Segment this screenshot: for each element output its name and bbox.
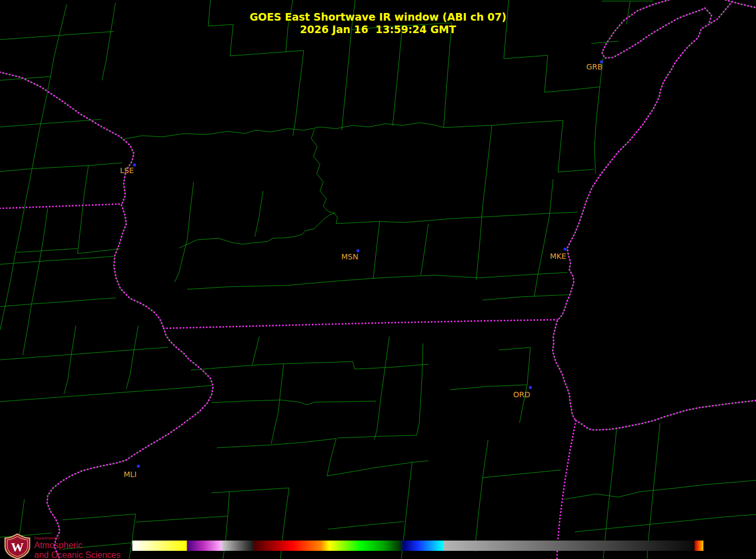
uw-aos-logo: W Department of Atmospheric and Oceanic … bbox=[4, 533, 120, 559]
county-boundary-line bbox=[594, 58, 603, 174]
county-boundary-line bbox=[558, 169, 594, 172]
county-boundary-line bbox=[293, 50, 304, 136]
county-boundary-line bbox=[374, 336, 389, 440]
lake-michigan-west-shore-dotted bbox=[553, 2, 732, 421]
county-boundary-line bbox=[483, 295, 568, 300]
county-boundary-line bbox=[179, 213, 335, 248]
county-boundary-line bbox=[255, 191, 263, 237]
timestamp: 2026 Jan 16 13:59:24 GMT bbox=[0, 23, 756, 36]
county-boundary-line bbox=[0, 298, 116, 307]
lake-michigan-south-shore-dotted bbox=[576, 401, 756, 430]
county-boundary-line bbox=[337, 435, 416, 438]
station-dot-ORD bbox=[529, 386, 532, 389]
station-label-LSE: LSE bbox=[120, 166, 134, 175]
county-boundary-line bbox=[0, 347, 168, 360]
station-dot-MLI bbox=[137, 465, 140, 468]
mississippi-river-mid-dotted bbox=[114, 205, 164, 328]
crest-letter: W bbox=[11, 540, 24, 554]
county-boundary-line bbox=[175, 240, 187, 282]
wi-il-border-dotted bbox=[164, 320, 558, 328]
county-boundary-line bbox=[647, 423, 660, 559]
county-boundary-line bbox=[78, 249, 120, 253]
county-boundary-line bbox=[126, 326, 138, 389]
station-label-GRB: GRB bbox=[586, 62, 603, 71]
county-boundary-line bbox=[212, 488, 289, 493]
county-boundary-line bbox=[212, 400, 376, 405]
county-boundary-line bbox=[0, 169, 31, 171]
uw-crest-icon: W bbox=[4, 533, 31, 559]
county-boundary-line bbox=[78, 166, 88, 253]
county-boundary-line bbox=[336, 217, 491, 224]
county-boundary-line bbox=[0, 385, 212, 402]
lake-michigan-west-shore-shoreline bbox=[553, 2, 732, 421]
county-boundary-line bbox=[342, 30, 351, 130]
county-boundary-line bbox=[23, 208, 48, 355]
map-canvas: GRBLSEMSNMKEORDMLI bbox=[0, 0, 756, 559]
county-boundary-line bbox=[564, 480, 756, 499]
station-label-ORD: ORD bbox=[513, 390, 530, 399]
county-boundary-line bbox=[191, 361, 428, 370]
county-boundary-line bbox=[591, 41, 618, 43]
county-boundary-line bbox=[311, 129, 337, 224]
county-boundary-line bbox=[217, 439, 336, 448]
station-label-MSN: MSN bbox=[341, 252, 358, 261]
county-boundary-line bbox=[421, 224, 428, 275]
mississippi-river-lower-dotted bbox=[47, 328, 213, 559]
county-boundary-line bbox=[483, 470, 561, 478]
county-boundary-line bbox=[327, 439, 336, 476]
mississippi-river-upper-shoreline bbox=[0, 72, 134, 205]
county-boundary-line bbox=[393, 25, 402, 126]
county-boundary-line bbox=[31, 163, 122, 169]
mississippi-river-mid-shoreline bbox=[114, 205, 164, 328]
logo-dept-line: Department of bbox=[34, 536, 120, 540]
county-boundary-line bbox=[373, 221, 380, 279]
county-boundary-line bbox=[492, 120, 563, 125]
county-boundary-line bbox=[62, 514, 136, 520]
station-label-MKE: MKE bbox=[550, 252, 566, 261]
county-boundary-line bbox=[491, 212, 578, 217]
il-in-border-dotted bbox=[557, 421, 576, 559]
logo-name-line1: Atmospheric bbox=[34, 541, 120, 550]
county-boundary-line bbox=[16, 249, 78, 252]
county-boundary-line bbox=[271, 364, 284, 444]
county-boundary-line bbox=[327, 461, 428, 476]
county-boundary-line bbox=[129, 514, 136, 559]
satellite-image-viewer: GRBLSEMSNMKEORDMLI GOES East Shortwave I… bbox=[0, 0, 756, 559]
county-boundary-line bbox=[603, 429, 617, 559]
lake-michigan-south-shore-shoreline bbox=[576, 401, 756, 430]
county-boundary-line bbox=[64, 326, 76, 394]
mississippi-river-upper-dotted bbox=[0, 72, 134, 205]
county-boundary-line bbox=[444, 23, 452, 128]
station-label-MLI: MLI bbox=[124, 470, 137, 479]
county-boundary-line bbox=[136, 516, 228, 522]
county-boundary-line bbox=[575, 514, 756, 532]
county-boundary-line bbox=[450, 385, 527, 390]
county-boundary-line bbox=[0, 256, 115, 264]
county-boundary-line bbox=[534, 179, 553, 297]
county-boundary-line bbox=[125, 123, 444, 139]
ir-enhancement-colorbar bbox=[132, 541, 703, 551]
product-title: GOES East Shortwave IR window (ABI ch 07… bbox=[0, 11, 756, 23]
county-boundary-line bbox=[328, 522, 404, 529]
county-boundary-line bbox=[475, 440, 488, 551]
image-title-block: GOES East Shortwave IR window (ABI ch 07… bbox=[0, 11, 756, 36]
logo-name-line2: and Oceanic Sciences bbox=[34, 551, 120, 559]
county-boundary-line bbox=[476, 125, 492, 280]
county-boundary-line bbox=[252, 336, 259, 365]
county-boundary-line bbox=[444, 125, 492, 128]
station-dot-MSN bbox=[357, 250, 360, 252]
county-boundary-line bbox=[0, 124, 41, 127]
county-boundary-line bbox=[417, 344, 423, 436]
county-boundary-line bbox=[187, 182, 194, 240]
county-boundary-line bbox=[230, 50, 304, 56]
logo-text: Department of Atmospheric and Oceanic Sc… bbox=[34, 533, 120, 559]
station-dot-MKE bbox=[564, 248, 567, 251]
county-boundary-line bbox=[558, 120, 563, 172]
county-boundary-line bbox=[499, 347, 530, 350]
mn-ia-border-dotted bbox=[0, 204, 120, 208]
county-boundary-line bbox=[187, 272, 567, 289]
mississippi-river-lower-shoreline bbox=[47, 328, 213, 559]
